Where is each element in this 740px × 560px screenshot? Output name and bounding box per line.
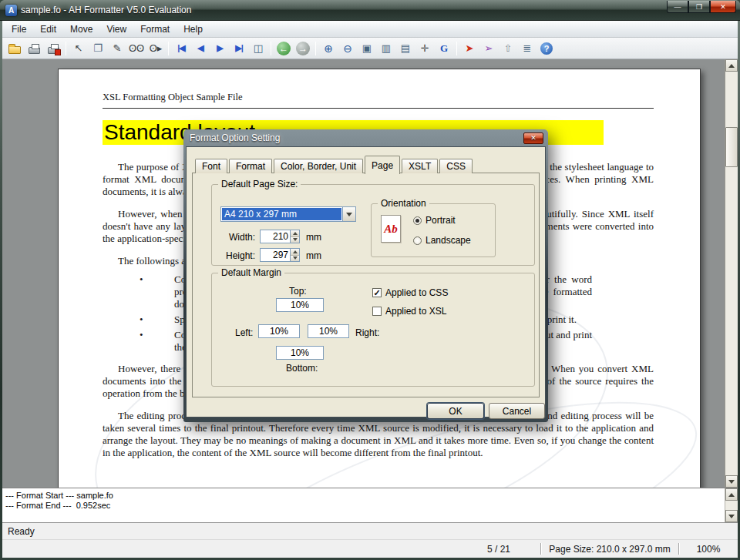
status-zoom: 100%: [679, 544, 738, 555]
folder-icon: [8, 46, 21, 54]
printer-icon: [29, 47, 40, 54]
prev-page-icon[interactable]: ◀: [191, 40, 210, 57]
radio-button-icon: [413, 216, 422, 225]
width-spin-up[interactable]: [291, 230, 299, 236]
document-scrollbar[interactable]: [725, 59, 738, 488]
default-margin-group: Default Margin Top: 10% ✓ Applied to CSS…: [211, 273, 535, 387]
scrollbar-down-arrow[interactable]: [725, 475, 738, 488]
height-value[interactable]: 297: [261, 249, 290, 261]
page-size-combobox[interactable]: A4 210 x 297 mm: [220, 206, 356, 222]
find-in-page-icon[interactable]: ʘ▸: [146, 40, 165, 57]
first-page-icon[interactable]: |◀: [172, 40, 190, 57]
dialog-close-button[interactable]: ✕: [523, 132, 543, 144]
cancel-button[interactable]: Cancel: [489, 403, 545, 419]
go-to-page-icon[interactable]: ◫: [249, 40, 267, 57]
height-spinner[interactable]: 297: [260, 248, 300, 262]
format-start-icon[interactable]: ➤: [460, 40, 479, 57]
log-line: --- Format Start --- sample.fo: [5, 491, 722, 501]
app-icon: A: [5, 5, 17, 16]
margin-right-label: Right:: [355, 327, 379, 338]
back-icon[interactable]: ←: [274, 40, 293, 57]
error-log-icon[interactable]: ≣: [518, 40, 536, 57]
minimize-button[interactable]: —: [667, 1, 688, 13]
margin-left-label: Left:: [235, 327, 253, 338]
log-scroll-down-arrow[interactable]: [725, 510, 738, 522]
landscape-radio-label: Landscape: [426, 235, 471, 246]
menu-view[interactable]: View: [99, 22, 133, 37]
height-unit: mm: [306, 250, 321, 261]
help-icon[interactable]: ?: [537, 40, 556, 57]
scroll-up-icon[interactable]: ⇧: [499, 40, 517, 57]
format-stop-icon[interactable]: ➢: [479, 40, 498, 57]
maximize-button[interactable]: ❐: [688, 1, 710, 13]
printer-setup-icon: [48, 47, 59, 54]
menu-format[interactable]: Format: [133, 22, 177, 37]
last-page-icon[interactable]: ▶|: [230, 40, 248, 57]
log-scrollbar[interactable]: [725, 488, 738, 522]
select-tool-icon[interactable]: ↖: [69, 40, 88, 57]
log-scroll-up-arrow[interactable]: [725, 488, 738, 501]
edit-icon[interactable]: ✎: [108, 40, 126, 57]
copy-icon[interactable]: ❐: [89, 40, 107, 57]
tab-font[interactable]: Font: [195, 159, 227, 173]
menu-file[interactable]: File: [5, 22, 33, 37]
margin-bottom-label: Bottom:: [286, 363, 318, 374]
zoom-100-icon[interactable]: ▤: [396, 40, 415, 57]
ok-button[interactable]: OK: [427, 403, 484, 419]
applied-to-css-checkbox[interactable]: ✓ Applied to CSS: [372, 287, 448, 298]
portrait-radio-label: Portrait: [426, 215, 456, 226]
tab-css[interactable]: CSS: [439, 159, 473, 173]
tab-format[interactable]: Format: [229, 159, 272, 173]
fit-width-icon[interactable]: ▥: [377, 40, 395, 57]
menu-move[interactable]: Move: [63, 22, 99, 37]
print-setup-icon[interactable]: [44, 40, 62, 57]
scrollbar-thumb[interactable]: [725, 127, 738, 167]
portrait-radio[interactable]: Portrait: [413, 215, 456, 226]
scrollbar-up-arrow[interactable]: [725, 59, 738, 72]
toolbar: ↖ ❐ ✎ ʘʘ ʘ▸ |◀ ◀ ▶ ▶| ◫ ← → ⊕ ⊖ ▣ ▥ ▤ ✛ …: [2, 38, 738, 59]
margin-top-label: Top:: [289, 286, 307, 297]
status-bar-message: Ready: [2, 522, 738, 539]
print-icon[interactable]: [25, 40, 43, 57]
close-button[interactable]: ✕: [710, 1, 736, 13]
width-value[interactable]: 210: [261, 230, 290, 243]
find-icon[interactable]: ʘʘ: [127, 40, 146, 57]
forward-icon[interactable]: →: [294, 40, 312, 57]
margin-right-field[interactable]: 10%: [308, 324, 349, 338]
applied-to-xsl-checkbox[interactable]: Applied to XSL: [372, 306, 446, 317]
pan-icon[interactable]: ✛: [415, 40, 434, 57]
gui-icon[interactable]: G: [435, 40, 453, 57]
app-window: A sample.fo - AH Formatter V5.0 Evaluati…: [0, 0, 740, 560]
dialog-title-bar: Format Option Setting ✕: [186, 129, 546, 146]
margin-left-field[interactable]: 10%: [258, 324, 300, 338]
orientation-preview-icon: Ab: [381, 215, 401, 243]
applied-to-xsl-label: Applied to XSL: [385, 306, 446, 317]
menu-bar: File Edit Move View Format Help: [2, 21, 738, 38]
menu-help[interactable]: Help: [177, 22, 210, 37]
tab-page[interactable]: Page: [365, 156, 400, 174]
width-spin-down[interactable]: [291, 236, 299, 243]
next-page-icon[interactable]: ▶: [210, 40, 229, 57]
fit-page-icon[interactable]: ▣: [358, 40, 376, 57]
format-option-dialog: Format Option Setting ✕ Font Format Colo…: [183, 129, 548, 422]
margin-bottom-field[interactable]: 10%: [276, 346, 324, 360]
landscape-radio[interactable]: Landscape: [413, 235, 471, 246]
height-label: Height:: [220, 250, 255, 261]
height-spin-down[interactable]: [291, 255, 299, 262]
margin-top-field[interactable]: 10%: [276, 298, 324, 312]
applied-to-css-label: Applied to CSS: [385, 287, 448, 298]
dialog-tabs: Font Format Color, Border, Unit Page XSL…: [195, 155, 474, 173]
width-spinner[interactable]: 210: [260, 230, 300, 243]
title-bar: A sample.fo - AH Formatter V5.0 Evaluati…: [0, 0, 740, 21]
tab-xslt[interactable]: XSLT: [402, 159, 438, 173]
open-icon[interactable]: [5, 40, 24, 57]
log-line: --- Format End --- 0.952sec: [5, 501, 722, 511]
height-spin-up[interactable]: [291, 249, 299, 255]
zoom-out-icon[interactable]: ⊖: [338, 40, 357, 57]
tab-color-border-unit[interactable]: Color, Border, Unit: [274, 159, 363, 173]
combobox-dropdown-button[interactable]: [342, 207, 355, 221]
log-pane: --- Format Start --- sample.fo --- Forma…: [2, 488, 738, 522]
menu-edit[interactable]: Edit: [33, 22, 63, 37]
orientation-group: Orientation Ab Portrait Landscape: [371, 203, 496, 257]
zoom-in-icon[interactable]: ⊕: [319, 40, 338, 57]
